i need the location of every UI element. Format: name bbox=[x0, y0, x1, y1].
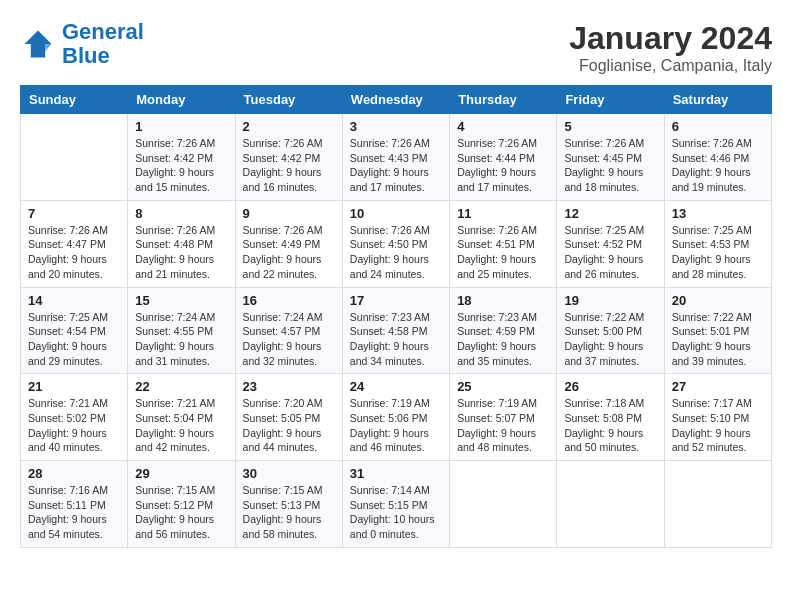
header-row: SundayMondayTuesdayWednesdayThursdayFrid… bbox=[21, 86, 772, 114]
logo-blue: Blue bbox=[62, 43, 110, 68]
day-info: Sunrise: 7:23 AMSunset: 4:59 PMDaylight:… bbox=[457, 310, 549, 369]
header-wednesday: Wednesday bbox=[342, 86, 449, 114]
calendar-cell: 30 Sunrise: 7:15 AMSunset: 5:13 PMDaylig… bbox=[235, 461, 342, 548]
day-info: Sunrise: 7:24 AMSunset: 4:55 PMDaylight:… bbox=[135, 310, 227, 369]
day-info: Sunrise: 7:17 AMSunset: 5:10 PMDaylight:… bbox=[672, 396, 764, 455]
day-number: 9 bbox=[243, 206, 335, 221]
calendar-subtitle: Foglianise, Campania, Italy bbox=[569, 57, 772, 75]
calendar-cell: 31 Sunrise: 7:14 AMSunset: 5:15 PMDaylig… bbox=[342, 461, 449, 548]
calendar-cell: 15 Sunrise: 7:24 AMSunset: 4:55 PMDaylig… bbox=[128, 287, 235, 374]
logo-general: General bbox=[62, 19, 144, 44]
day-number: 20 bbox=[672, 293, 764, 308]
day-number: 2 bbox=[243, 119, 335, 134]
day-info: Sunrise: 7:26 AMSunset: 4:50 PMDaylight:… bbox=[350, 223, 442, 282]
calendar-cell: 25 Sunrise: 7:19 AMSunset: 5:07 PMDaylig… bbox=[450, 374, 557, 461]
day-number: 11 bbox=[457, 206, 549, 221]
day-number: 6 bbox=[672, 119, 764, 134]
day-number: 18 bbox=[457, 293, 549, 308]
calendar-cell: 7 Sunrise: 7:26 AMSunset: 4:47 PMDayligh… bbox=[21, 200, 128, 287]
header-sunday: Sunday bbox=[21, 86, 128, 114]
day-number: 3 bbox=[350, 119, 442, 134]
day-info: Sunrise: 7:26 AMSunset: 4:48 PMDaylight:… bbox=[135, 223, 227, 282]
day-info: Sunrise: 7:26 AMSunset: 4:43 PMDaylight:… bbox=[350, 136, 442, 195]
day-info: Sunrise: 7:25 AMSunset: 4:52 PMDaylight:… bbox=[564, 223, 656, 282]
day-number: 31 bbox=[350, 466, 442, 481]
day-number: 17 bbox=[350, 293, 442, 308]
calendar-cell: 14 Sunrise: 7:25 AMSunset: 4:54 PMDaylig… bbox=[21, 287, 128, 374]
calendar-cell: 5 Sunrise: 7:26 AMSunset: 4:45 PMDayligh… bbox=[557, 114, 664, 201]
calendar-cell: 29 Sunrise: 7:15 AMSunset: 5:12 PMDaylig… bbox=[128, 461, 235, 548]
calendar-cell bbox=[664, 461, 771, 548]
day-number: 26 bbox=[564, 379, 656, 394]
calendar-cell bbox=[450, 461, 557, 548]
day-number: 1 bbox=[135, 119, 227, 134]
header-thursday: Thursday bbox=[450, 86, 557, 114]
week-row-2: 14 Sunrise: 7:25 AMSunset: 4:54 PMDaylig… bbox=[21, 287, 772, 374]
calendar-cell: 23 Sunrise: 7:20 AMSunset: 5:05 PMDaylig… bbox=[235, 374, 342, 461]
day-info: Sunrise: 7:24 AMSunset: 4:57 PMDaylight:… bbox=[243, 310, 335, 369]
day-number: 16 bbox=[243, 293, 335, 308]
day-info: Sunrise: 7:22 AMSunset: 5:00 PMDaylight:… bbox=[564, 310, 656, 369]
day-info: Sunrise: 7:15 AMSunset: 5:12 PMDaylight:… bbox=[135, 483, 227, 542]
calendar-cell: 3 Sunrise: 7:26 AMSunset: 4:43 PMDayligh… bbox=[342, 114, 449, 201]
day-number: 7 bbox=[28, 206, 120, 221]
day-number: 24 bbox=[350, 379, 442, 394]
day-number: 21 bbox=[28, 379, 120, 394]
week-row-0: 1 Sunrise: 7:26 AMSunset: 4:42 PMDayligh… bbox=[21, 114, 772, 201]
day-info: Sunrise: 7:25 AMSunset: 4:54 PMDaylight:… bbox=[28, 310, 120, 369]
day-info: Sunrise: 7:26 AMSunset: 4:42 PMDaylight:… bbox=[243, 136, 335, 195]
day-info: Sunrise: 7:26 AMSunset: 4:46 PMDaylight:… bbox=[672, 136, 764, 195]
day-number: 27 bbox=[672, 379, 764, 394]
day-number: 29 bbox=[135, 466, 227, 481]
calendar-cell: 28 Sunrise: 7:16 AMSunset: 5:11 PMDaylig… bbox=[21, 461, 128, 548]
day-number: 13 bbox=[672, 206, 764, 221]
day-info: Sunrise: 7:23 AMSunset: 4:58 PMDaylight:… bbox=[350, 310, 442, 369]
day-info: Sunrise: 7:19 AMSunset: 5:07 PMDaylight:… bbox=[457, 396, 549, 455]
day-number: 30 bbox=[243, 466, 335, 481]
calendar-cell: 10 Sunrise: 7:26 AMSunset: 4:50 PMDaylig… bbox=[342, 200, 449, 287]
day-info: Sunrise: 7:26 AMSunset: 4:49 PMDaylight:… bbox=[243, 223, 335, 282]
day-number: 8 bbox=[135, 206, 227, 221]
day-info: Sunrise: 7:21 AMSunset: 5:04 PMDaylight:… bbox=[135, 396, 227, 455]
day-info: Sunrise: 7:15 AMSunset: 5:13 PMDaylight:… bbox=[243, 483, 335, 542]
calendar-cell: 4 Sunrise: 7:26 AMSunset: 4:44 PMDayligh… bbox=[450, 114, 557, 201]
day-number: 19 bbox=[564, 293, 656, 308]
day-info: Sunrise: 7:26 AMSunset: 4:42 PMDaylight:… bbox=[135, 136, 227, 195]
day-info: Sunrise: 7:21 AMSunset: 5:02 PMDaylight:… bbox=[28, 396, 120, 455]
header-monday: Monday bbox=[128, 86, 235, 114]
calendar-cell: 27 Sunrise: 7:17 AMSunset: 5:10 PMDaylig… bbox=[664, 374, 771, 461]
day-info: Sunrise: 7:14 AMSunset: 5:15 PMDaylight:… bbox=[350, 483, 442, 542]
calendar-cell: 1 Sunrise: 7:26 AMSunset: 4:42 PMDayligh… bbox=[128, 114, 235, 201]
day-number: 28 bbox=[28, 466, 120, 481]
day-number: 23 bbox=[243, 379, 335, 394]
calendar-title: January 2024 bbox=[569, 20, 772, 57]
day-info: Sunrise: 7:16 AMSunset: 5:11 PMDaylight:… bbox=[28, 483, 120, 542]
calendar-cell: 2 Sunrise: 7:26 AMSunset: 4:42 PMDayligh… bbox=[235, 114, 342, 201]
header-friday: Friday bbox=[557, 86, 664, 114]
calendar-cell: 6 Sunrise: 7:26 AMSunset: 4:46 PMDayligh… bbox=[664, 114, 771, 201]
day-number: 22 bbox=[135, 379, 227, 394]
day-info: Sunrise: 7:26 AMSunset: 4:44 PMDaylight:… bbox=[457, 136, 549, 195]
calendar-cell: 24 Sunrise: 7:19 AMSunset: 5:06 PMDaylig… bbox=[342, 374, 449, 461]
svg-marker-1 bbox=[45, 44, 51, 51]
logo-text: General Blue bbox=[62, 20, 144, 68]
calendar-table: SundayMondayTuesdayWednesdayThursdayFrid… bbox=[20, 85, 772, 548]
day-info: Sunrise: 7:22 AMSunset: 5:01 PMDaylight:… bbox=[672, 310, 764, 369]
week-row-4: 28 Sunrise: 7:16 AMSunset: 5:11 PMDaylig… bbox=[21, 461, 772, 548]
title-block: January 2024 Foglianise, Campania, Italy bbox=[569, 20, 772, 75]
day-number: 5 bbox=[564, 119, 656, 134]
calendar-cell bbox=[557, 461, 664, 548]
day-number: 25 bbox=[457, 379, 549, 394]
calendar-cell: 11 Sunrise: 7:26 AMSunset: 4:51 PMDaylig… bbox=[450, 200, 557, 287]
day-number: 10 bbox=[350, 206, 442, 221]
page-header: General Blue January 2024 Foglianise, Ca… bbox=[20, 20, 772, 75]
day-number: 4 bbox=[457, 119, 549, 134]
day-info: Sunrise: 7:20 AMSunset: 5:05 PMDaylight:… bbox=[243, 396, 335, 455]
header-saturday: Saturday bbox=[664, 86, 771, 114]
day-info: Sunrise: 7:26 AMSunset: 4:51 PMDaylight:… bbox=[457, 223, 549, 282]
day-number: 15 bbox=[135, 293, 227, 308]
header-tuesday: Tuesday bbox=[235, 86, 342, 114]
calendar-cell: 9 Sunrise: 7:26 AMSunset: 4:49 PMDayligh… bbox=[235, 200, 342, 287]
calendar-cell: 16 Sunrise: 7:24 AMSunset: 4:57 PMDaylig… bbox=[235, 287, 342, 374]
calendar-cell: 22 Sunrise: 7:21 AMSunset: 5:04 PMDaylig… bbox=[128, 374, 235, 461]
